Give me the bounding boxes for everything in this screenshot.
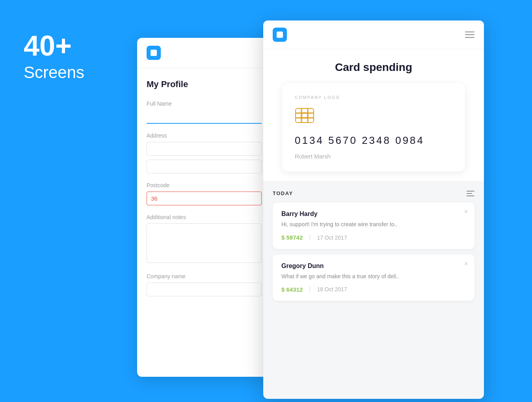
close-icon[interactable]: × (464, 260, 468, 267)
profile-card-content: My Profile Full Name Address Postcode Ad… (137, 68, 271, 316)
transaction-divider: | (309, 234, 311, 241)
card-number: 0134 5670 2348 0984 (295, 134, 452, 147)
postcode-label: Postcode (147, 182, 262, 188)
profile-title: My Profile (147, 79, 262, 89)
transaction-description: Hi, support! I'm trying to create wire t… (281, 221, 466, 229)
spending-card-top-bar (263, 20, 484, 49)
screen-count: 40+ (24, 32, 84, 60)
credit-card-visual: COMPANY LOGO 0134 5670 2348 0984 Robert … (282, 83, 465, 171)
spending-title: Card spending (273, 61, 474, 74)
screens-label: Screens (24, 63, 84, 82)
transaction-amount: $ 64312 (281, 286, 303, 293)
company-logo-text: COMPANY LOGO (295, 95, 452, 100)
hamburger-menu[interactable] (465, 32, 474, 38)
transaction-amount: $ 59742 (281, 234, 303, 241)
notes-group: Additional notes (147, 214, 262, 264)
full-name-group: Full Name (147, 100, 262, 124)
profile-card-header (137, 38, 271, 68)
address-line2-input[interactable] (147, 160, 262, 173)
app-logo-inner (151, 50, 157, 56)
profile-card: My Profile Full Name Address Postcode Ad… (137, 38, 271, 377)
postcode-input[interactable] (147, 192, 262, 205)
transaction-description: What if we go and make this a true story… (281, 273, 466, 281)
transaction-date: 17 Oct 2017 (317, 234, 347, 241)
notes-label: Additional notes (147, 214, 262, 220)
address-label: Address (147, 132, 262, 139)
svg-rect-0 (296, 108, 314, 123)
spending-app-logo (273, 28, 287, 42)
close-icon[interactable]: × (464, 208, 468, 215)
transaction-item: × Barry Hardy Hi, support! I'm trying to… (273, 203, 474, 249)
spending-card: Card spending COMPANY LOGO 0134 5670 234… (263, 20, 484, 399)
company-group: Company name (147, 273, 262, 296)
transaction-item: × Gregory Dunn What if we go and make th… (273, 255, 474, 301)
transaction-name: Barry Hardy (281, 210, 466, 218)
notes-textarea[interactable] (147, 223, 262, 263)
transaction-meta: $ 64312 | 18 Oct 2017 (281, 286, 466, 293)
full-name-label: Full Name (147, 100, 262, 107)
today-header: TODAY (273, 190, 474, 196)
filter-icon[interactable] (467, 191, 474, 196)
company-label: Company name (147, 273, 262, 279)
hamburger-line-3 (465, 37, 474, 38)
spending-title-section: Card spending (263, 49, 484, 82)
hamburger-line-2 (465, 34, 474, 35)
hamburger-line-1 (465, 32, 474, 32)
transaction-meta: $ 59742 | 17 Oct 2017 (281, 234, 466, 241)
transaction-divider: | (309, 286, 311, 293)
transaction-date: 18 Oct 2017 (317, 286, 347, 292)
card-holder-name: Robert Marsh (295, 153, 452, 160)
postcode-group: Postcode (147, 182, 262, 205)
today-label: TODAY (273, 190, 293, 196)
chip-icon (295, 108, 314, 123)
address-group: Address (147, 132, 262, 173)
spending-app-logo-inner (277, 32, 283, 38)
today-section: TODAY × Barry Hardy Hi, support! I'm try… (263, 181, 484, 301)
app-logo (147, 46, 161, 60)
address-line1-input[interactable] (147, 142, 262, 156)
company-input[interactable] (147, 283, 262, 296)
full-name-input[interactable] (147, 110, 262, 124)
address-inputs (147, 142, 262, 173)
background-text: 40+ Screens (24, 32, 84, 82)
transaction-name: Gregory Dunn (281, 262, 466, 270)
